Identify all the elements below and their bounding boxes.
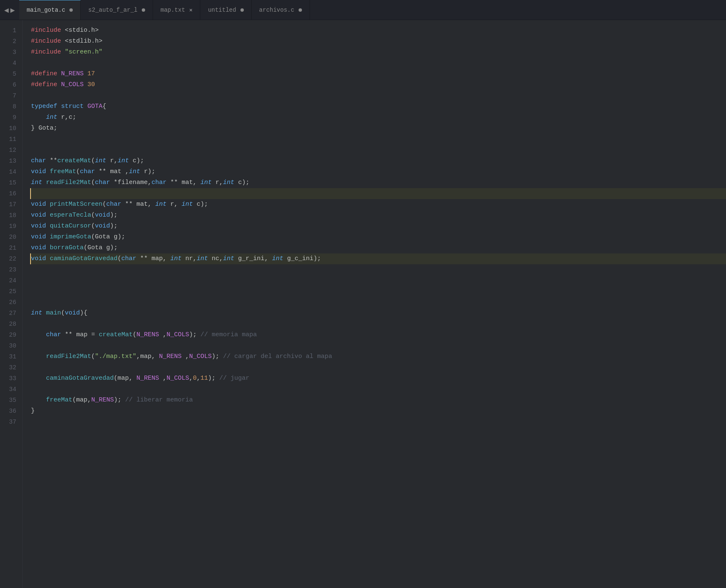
line-number: 22 bbox=[3, 253, 16, 264]
line-number: 9 bbox=[3, 112, 16, 123]
code-line bbox=[31, 384, 726, 395]
line-number: 17 bbox=[3, 199, 16, 210]
code-line: #include <stdlib.h> bbox=[31, 36, 726, 47]
code-line bbox=[31, 340, 726, 351]
tab-close-icon[interactable]: ✕ bbox=[189, 7, 193, 13]
line-number: 2 bbox=[3, 36, 16, 47]
line-number: 12 bbox=[3, 145, 16, 156]
code-line: #include <stdio.h> bbox=[31, 25, 726, 36]
line-number: 34 bbox=[3, 384, 16, 395]
code-line: int readFile2Mat(char *filename,char ** … bbox=[31, 177, 726, 188]
editor: 1234567891011121314151617181920212223242… bbox=[0, 20, 726, 588]
code-line: caminaGotaGravedad(map, N_RENS ,N_COLS,0… bbox=[31, 373, 726, 384]
line-number: 8 bbox=[3, 101, 16, 112]
line-number: 16 bbox=[3, 188, 16, 199]
code-line: typedef struct GOTA{ bbox=[31, 101, 726, 112]
tab-label: archivos.c bbox=[259, 7, 294, 13]
code-line bbox=[30, 188, 726, 199]
code-line: #include "screen.h" bbox=[31, 47, 726, 58]
line-number: 33 bbox=[3, 373, 16, 384]
line-number: 6 bbox=[3, 79, 16, 90]
line-number: 36 bbox=[3, 406, 16, 417]
code-line bbox=[31, 58, 726, 69]
line-number: 30 bbox=[3, 340, 16, 351]
line-number: 15 bbox=[3, 177, 16, 188]
line-number: 11 bbox=[3, 134, 16, 145]
line-number: 21 bbox=[3, 243, 16, 253]
tab-tab-map[interactable]: map.txt✕ bbox=[153, 0, 201, 20]
code-line: } Gota; bbox=[31, 123, 726, 134]
code-line bbox=[31, 362, 726, 373]
line-number: 24 bbox=[3, 275, 16, 286]
code-line bbox=[31, 264, 726, 275]
line-numbers: 1234567891011121314151617181920212223242… bbox=[0, 20, 23, 588]
code-line bbox=[31, 417, 726, 427]
nav-left-icon[interactable]: ◀ bbox=[4, 5, 9, 15]
tab-tab-s2[interactable]: s2_auto_f_ar_l bbox=[81, 0, 153, 20]
tab-tab-main[interactable]: main_gota.c bbox=[19, 0, 81, 20]
tab-label: main_gota.c bbox=[27, 7, 65, 13]
line-number: 13 bbox=[3, 156, 16, 166]
code-area[interactable]: #include <stdio.h>#include <stdlib.h>#in… bbox=[23, 20, 726, 588]
line-number: 27 bbox=[3, 308, 16, 319]
line-number: 14 bbox=[3, 166, 16, 177]
code-line: void quitaCursor(void); bbox=[31, 221, 726, 232]
code-line: void borraGota(Gota g); bbox=[31, 243, 726, 253]
code-line: void caminaGotaGravedad(char ** map, int… bbox=[30, 253, 726, 264]
line-number: 28 bbox=[3, 319, 16, 330]
line-number: 5 bbox=[3, 69, 16, 79]
line-number: 31 bbox=[3, 351, 16, 362]
code-line: void printMatScreen(char ** mat, int r, … bbox=[31, 199, 726, 210]
line-number: 37 bbox=[3, 417, 16, 427]
tab-label: untitled bbox=[208, 7, 236, 13]
tab-label: s2_auto_f_ar_l bbox=[88, 7, 138, 13]
code-line bbox=[31, 90, 726, 101]
line-number: 35 bbox=[3, 395, 16, 406]
tab-tab-untitled[interactable]: untitled bbox=[200, 0, 251, 20]
code-line bbox=[31, 286, 726, 297]
line-number: 19 bbox=[3, 221, 16, 232]
line-number: 29 bbox=[3, 330, 16, 340]
tab-bar: ◀ ▶ main_gota.cs2_auto_f_ar_lmap.txt✕unt… bbox=[0, 0, 726, 20]
line-number: 10 bbox=[3, 123, 16, 134]
line-number: 20 bbox=[3, 232, 16, 243]
line-number: 1 bbox=[3, 25, 16, 36]
line-number: 3 bbox=[3, 47, 16, 58]
code-line: freeMat(map,N_RENS); // liberar memoria bbox=[31, 395, 726, 406]
code-line: readFile2Mat("./map.txt",map, N_RENS ,N_… bbox=[31, 351, 726, 362]
tab-dot bbox=[240, 8, 244, 12]
code-line: void imprimeGota(Gota g); bbox=[31, 232, 726, 243]
line-number: 25 bbox=[3, 286, 16, 297]
code-line: } bbox=[31, 406, 726, 417]
line-number: 23 bbox=[3, 264, 16, 275]
tab-dot bbox=[69, 8, 73, 12]
line-number: 18 bbox=[3, 210, 16, 221]
code-line: #define N_COLS 30 bbox=[31, 79, 726, 90]
line-number: 7 bbox=[3, 90, 16, 101]
code-line: #define N_RENS 17 bbox=[31, 69, 726, 79]
line-number: 4 bbox=[3, 58, 16, 69]
tab-label: map.txt bbox=[161, 7, 185, 13]
nav-arrows[interactable]: ◀ ▶ bbox=[0, 0, 19, 20]
nav-right-icon[interactable]: ▶ bbox=[10, 5, 15, 15]
tab-dot bbox=[299, 8, 302, 12]
code-line bbox=[31, 297, 726, 308]
code-line: int r,c; bbox=[31, 112, 726, 123]
tab-dot bbox=[142, 8, 145, 12]
code-line: char **createMat(int r,int c); bbox=[31, 156, 726, 166]
code-line bbox=[31, 145, 726, 156]
code-line bbox=[31, 134, 726, 145]
code-line: void freeMat(char ** mat ,int r); bbox=[31, 166, 726, 177]
code-line: void esperaTecla(void); bbox=[31, 210, 726, 221]
line-number: 26 bbox=[3, 297, 16, 308]
code-line: int main(void){ bbox=[31, 308, 726, 319]
code-line: char ** map = createMat(N_RENS ,N_COLS);… bbox=[31, 330, 726, 340]
tab-tab-archivos[interactable]: archivos.c bbox=[252, 0, 310, 20]
code-line bbox=[31, 319, 726, 330]
line-number: 32 bbox=[3, 362, 16, 373]
code-line bbox=[31, 275, 726, 286]
